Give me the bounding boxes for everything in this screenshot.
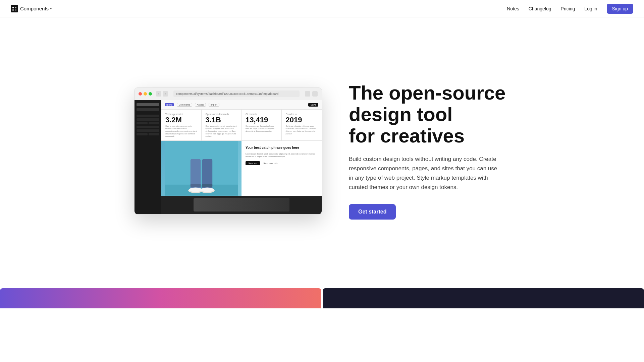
forward-button[interactable]: › [163,91,168,97]
nav-changelog-link[interactable]: Changelog [529,6,551,11]
app-inside: Blend Comments Assets Import Save Vector… [135,100,322,214]
svg-point-11 [201,188,214,192]
strip-right [323,288,644,308]
get-started-button[interactable]: Get started [349,204,396,220]
dot-close[interactable] [139,92,142,96]
content-title: Your best catch phrase goes here [246,145,318,150]
stat-value-3: 2019 [286,116,318,124]
dot-minimize[interactable] [144,92,147,96]
browser-bottom-strip [161,196,322,214]
app-sidebar [135,100,161,214]
dot-maximize[interactable] [149,92,152,96]
stat-cell-0: Vectors generated 3.2M Quis ut eros mini… [161,110,202,140]
stat-desc-2: Consequatur, vel illum qui dolorem eum a… [246,125,277,133]
strip-left [0,288,321,308]
sidebar-item-1[interactable] [137,103,159,106]
brand-name[interactable]: Components ▾ [20,6,52,11]
brand-chevron-icon: ▾ [50,6,52,11]
sidebar-cell-3 [137,133,148,135]
hero-subtext: Build custom design tools without writin… [349,155,503,192]
address-text: components.ai/systems/dashboard/1209834c… [176,92,278,96]
stat-label-2: Git commits [246,113,277,115]
svg-rect-1 [15,7,16,8]
stats-row: Vectors generated 3.2M Quis ut eros mini… [161,110,322,141]
browser-nav-controls: ‹ › [156,91,168,97]
stat-cell-1: Open source downloads 3.1B Quis autem au… [202,110,242,140]
sidebar-sub-1 [137,118,159,121]
toolbar-tab-comments[interactable]: Comments [177,103,192,107]
svg-rect-12 [191,184,201,187]
sidebar-label-1 [137,115,159,117]
svg-rect-3 [15,9,16,11]
share-icon[interactable] [305,91,310,97]
stat-cell-3: Founded in 2019 Qui in ea voluptate veli… [282,110,322,140]
sidebar-cell-4 [149,133,160,135]
browser-action-buttons [305,91,318,97]
navbar: Components ▾ Notes Changelog Pricing Log… [0,0,644,17]
browser-bar: ‹ › components.ai/systems/dashboard/1209… [135,88,322,100]
content-secondary-btn[interactable]: Secondary click [262,161,279,165]
sidebar-row-2 [137,133,159,135]
stat-label-1: Open source downloads [206,113,237,115]
content-image [161,141,241,196]
toolbar-tab-import[interactable]: Import [209,103,219,107]
stat-cell-2: Git commits 13,419 Consequatur, vel illu… [241,110,282,140]
hero-section: ‹ › components.ai/systems/dashboard/1209… [0,0,644,282]
app-main: Blend Comments Assets Import Save Vector… [161,100,322,214]
svg-rect-2 [12,9,14,11]
bookmark-icon[interactable] [312,91,318,97]
svg-rect-13 [202,184,213,187]
content-primary-btn[interactable]: Show less [246,161,260,165]
toolbar-tab-assets[interactable]: Assets [195,103,206,107]
svg-point-10 [189,188,202,192]
stat-value-2: 13,419 [246,116,277,124]
sidebar-item-2[interactable] [137,108,159,111]
sidebar-sub-2 [137,126,159,128]
hero-heading-line3: for creatives [349,125,465,146]
content-text-col: Your best catch phrase goes here Lorem i… [241,141,322,196]
back-button[interactable]: ‹ [156,91,161,97]
content-body: Lorem ipsum dolor sit amet, consectetur … [246,153,318,158]
bottom-strips [0,288,644,308]
hero-heading: The open-source design tool for creative… [349,82,510,146]
sidebar-section-1 [137,115,159,135]
nav-login-link[interactable]: Log in [584,6,597,11]
nav-notes-link[interactable]: Notes [507,6,519,11]
stat-value-0: 3.2M [165,116,197,124]
nav-pricing-link[interactable]: Pricing [561,6,575,11]
save-button-inner[interactable]: Save [308,103,318,107]
sidebar-cell-2 [149,122,160,124]
stat-label-3: Founded in [286,113,318,115]
logo-icon[interactable] [11,5,18,12]
stat-value-1: 3.1B [206,116,237,124]
svg-rect-0 [12,7,14,8]
hero-heading-line1: The open-source [349,82,505,104]
sidebar-row-1 [137,122,159,124]
stat-desc-3: Qui in ea voluptate velit esse quam nihi… [286,125,318,135]
hero-text: The open-source design tool for creative… [349,82,510,220]
hero-heading-line2: design tool [349,103,452,125]
bottom-strip-inner [194,198,290,212]
signup-button[interactable]: Sign up [607,4,633,14]
stat-label-0: Vectors generated [165,113,197,115]
sidebar-cell-1 [137,122,148,124]
brand-label: Components [20,6,49,11]
stat-desc-0: Quis ut eros minima varius, duis nostrum… [165,125,197,138]
address-bar[interactable]: components.ai/systems/dashboard/1209834c… [173,90,300,97]
sidebar-sub-3 [137,129,159,132]
content-section: Your best catch phrase goes here Lorem i… [161,141,322,196]
browser-dots [139,92,152,96]
toolbar-tab-active[interactable]: Blend [165,103,174,106]
browser-mockup: ‹ › components.ai/systems/dashboard/1209… [134,87,322,215]
app-toolbar: Blend Comments Assets Import Save [161,100,322,110]
nav-right: Notes Changelog Pricing Log in Sign up [507,4,633,14]
hero-image-wrap: ‹ › components.ai/systems/dashboard/1209… [134,87,322,215]
stat-desc-1: Quis autem aut et amet, reprehenderit qu… [206,125,237,138]
content-buttons: Show less Secondary click [246,161,318,165]
nav-left: Components ▾ [11,5,52,12]
